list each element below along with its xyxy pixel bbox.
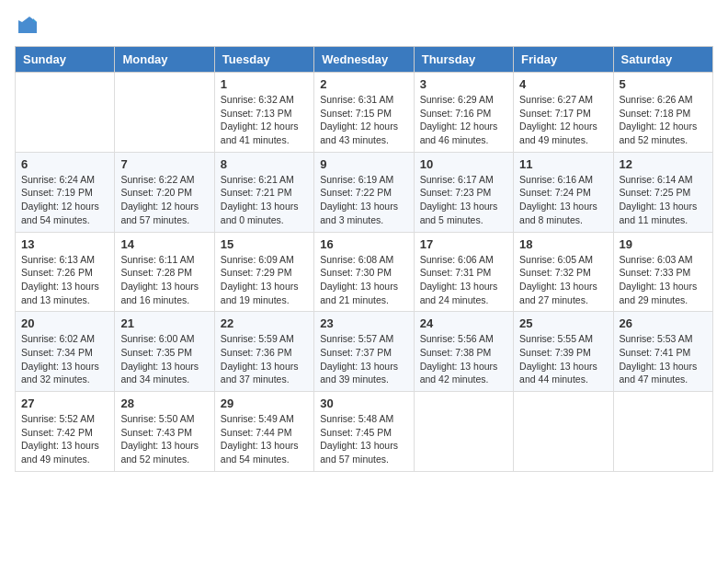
- day-number: 12: [620, 157, 707, 171]
- page-header: [15, 15, 713, 37]
- calendar-cell: 3Sunrise: 6:29 AM Sunset: 7:16 PM Daylig…: [414, 73, 513, 153]
- calendar-cell: 7Sunrise: 6:22 AM Sunset: 7:20 PM Daylig…: [115, 152, 214, 232]
- calendar-cell: 29Sunrise: 5:49 AM Sunset: 7:44 PM Dayli…: [214, 392, 313, 472]
- calendar-cell: [16, 73, 115, 153]
- day-number: 19: [620, 237, 707, 251]
- calendar-cell: 2Sunrise: 6:31 AM Sunset: 7:15 PM Daylig…: [314, 73, 414, 153]
- day-number: 18: [519, 237, 607, 251]
- calendar-cell: [115, 73, 214, 153]
- day-info: Sunrise: 6:16 AM Sunset: 7:24 PM Dayligh…: [519, 173, 607, 227]
- day-number: 8: [221, 157, 308, 171]
- calendar-cell: [613, 392, 712, 472]
- calendar-cell: 28Sunrise: 5:50 AM Sunset: 7:43 PM Dayli…: [115, 392, 214, 472]
- calendar-week-row: 13Sunrise: 6:13 AM Sunset: 7:26 PM Dayli…: [16, 232, 713, 312]
- day-info: Sunrise: 6:31 AM Sunset: 7:15 PM Dayligh…: [320, 93, 407, 147]
- day-number: 5: [620, 77, 707, 91]
- calendar-cell: 30Sunrise: 5:48 AM Sunset: 7:45 PM Dayli…: [314, 392, 414, 472]
- day-info: Sunrise: 6:26 AM Sunset: 7:18 PM Dayligh…: [620, 93, 707, 147]
- calendar-cell: 10Sunrise: 6:17 AM Sunset: 7:23 PM Dayli…: [414, 152, 513, 232]
- calendar-cell: 4Sunrise: 6:27 AM Sunset: 7:17 PM Daylig…: [514, 73, 613, 153]
- calendar-cell: 12Sunrise: 6:14 AM Sunset: 7:25 PM Dayli…: [613, 152, 712, 232]
- day-number: 25: [519, 316, 607, 330]
- logo: [15, 15, 39, 37]
- calendar-cell: 18Sunrise: 6:05 AM Sunset: 7:32 PM Dayli…: [514, 232, 613, 312]
- day-info: Sunrise: 6:09 AM Sunset: 7:29 PM Dayligh…: [221, 253, 308, 307]
- day-header-wednesday: Wednesday: [314, 47, 414, 73]
- day-number: 30: [320, 396, 407, 410]
- day-number: 16: [320, 237, 407, 251]
- day-info: Sunrise: 6:03 AM Sunset: 7:33 PM Dayligh…: [620, 253, 707, 307]
- day-number: 3: [420, 77, 507, 91]
- calendar-cell: 25Sunrise: 5:55 AM Sunset: 7:39 PM Dayli…: [514, 312, 613, 392]
- day-number: 15: [221, 237, 308, 251]
- day-info: Sunrise: 6:13 AM Sunset: 7:26 PM Dayligh…: [21, 253, 108, 307]
- day-number: 9: [320, 157, 407, 171]
- day-info: Sunrise: 6:06 AM Sunset: 7:31 PM Dayligh…: [420, 253, 507, 307]
- calendar-week-row: 6Sunrise: 6:24 AM Sunset: 7:19 PM Daylig…: [16, 152, 713, 232]
- day-number: 7: [120, 157, 208, 171]
- day-info: Sunrise: 6:19 AM Sunset: 7:22 PM Dayligh…: [320, 173, 407, 227]
- calendar-header-row: SundayMondayTuesdayWednesdayThursdayFrid…: [16, 47, 713, 73]
- day-header-sunday: Sunday: [16, 47, 115, 73]
- day-info: Sunrise: 5:52 AM Sunset: 7:42 PM Dayligh…: [21, 412, 108, 466]
- day-info: Sunrise: 5:48 AM Sunset: 7:45 PM Dayligh…: [320, 412, 407, 466]
- calendar-cell: 17Sunrise: 6:06 AM Sunset: 7:31 PM Dayli…: [414, 232, 513, 312]
- day-info: Sunrise: 5:49 AM Sunset: 7:44 PM Dayligh…: [221, 412, 308, 466]
- day-number: 6: [21, 157, 108, 171]
- calendar-cell: 16Sunrise: 6:08 AM Sunset: 7:30 PM Dayli…: [314, 232, 414, 312]
- calendar-cell: [514, 392, 613, 472]
- day-number: 2: [320, 77, 407, 91]
- day-info: Sunrise: 6:11 AM Sunset: 7:28 PM Dayligh…: [120, 253, 208, 307]
- day-header-saturday: Saturday: [613, 47, 712, 73]
- calendar-week-row: 20Sunrise: 6:02 AM Sunset: 7:34 PM Dayli…: [16, 312, 713, 392]
- day-number: 1: [221, 77, 308, 91]
- day-info: Sunrise: 6:14 AM Sunset: 7:25 PM Dayligh…: [620, 173, 707, 227]
- day-header-tuesday: Tuesday: [214, 47, 313, 73]
- day-number: 14: [120, 237, 208, 251]
- day-info: Sunrise: 6:17 AM Sunset: 7:23 PM Dayligh…: [420, 173, 507, 227]
- day-info: Sunrise: 6:24 AM Sunset: 7:19 PM Dayligh…: [21, 173, 108, 227]
- day-info: Sunrise: 6:00 AM Sunset: 7:35 PM Dayligh…: [120, 332, 208, 386]
- day-info: Sunrise: 6:29 AM Sunset: 7:16 PM Dayligh…: [420, 93, 507, 147]
- day-number: 10: [420, 157, 507, 171]
- calendar-cell: 8Sunrise: 6:21 AM Sunset: 7:21 PM Daylig…: [214, 152, 313, 232]
- day-number: 28: [120, 396, 208, 410]
- day-number: 13: [21, 237, 108, 251]
- calendar-cell: 9Sunrise: 6:19 AM Sunset: 7:22 PM Daylig…: [314, 152, 414, 232]
- calendar-cell: 15Sunrise: 6:09 AM Sunset: 7:29 PM Dayli…: [214, 232, 313, 312]
- day-number: 22: [221, 316, 308, 330]
- day-number: 21: [120, 316, 208, 330]
- day-info: Sunrise: 6:21 AM Sunset: 7:21 PM Dayligh…: [221, 173, 308, 227]
- day-number: 11: [519, 157, 607, 171]
- calendar-cell: 24Sunrise: 5:56 AM Sunset: 7:38 PM Dayli…: [414, 312, 513, 392]
- calendar-cell: 14Sunrise: 6:11 AM Sunset: 7:28 PM Dayli…: [115, 232, 214, 312]
- day-number: 24: [420, 316, 507, 330]
- day-number: 26: [620, 316, 707, 330]
- day-info: Sunrise: 6:22 AM Sunset: 7:20 PM Dayligh…: [120, 173, 208, 227]
- calendar-cell: 19Sunrise: 6:03 AM Sunset: 7:33 PM Dayli…: [613, 232, 712, 312]
- calendar-week-row: 1Sunrise: 6:32 AM Sunset: 7:13 PM Daylig…: [16, 73, 713, 153]
- day-info: Sunrise: 6:32 AM Sunset: 7:13 PM Dayligh…: [221, 93, 308, 147]
- calendar-cell: 11Sunrise: 6:16 AM Sunset: 7:24 PM Dayli…: [514, 152, 613, 232]
- day-info: Sunrise: 5:59 AM Sunset: 7:36 PM Dayligh…: [221, 332, 308, 386]
- day-info: Sunrise: 6:27 AM Sunset: 7:17 PM Dayligh…: [519, 93, 607, 147]
- day-number: 17: [420, 237, 507, 251]
- day-info: Sunrise: 6:02 AM Sunset: 7:34 PM Dayligh…: [21, 332, 108, 386]
- calendar-cell: 22Sunrise: 5:59 AM Sunset: 7:36 PM Dayli…: [214, 312, 313, 392]
- day-info: Sunrise: 5:50 AM Sunset: 7:43 PM Dayligh…: [120, 412, 208, 466]
- calendar-cell: 5Sunrise: 6:26 AM Sunset: 7:18 PM Daylig…: [613, 73, 712, 153]
- logo-icon: [17, 15, 39, 37]
- day-number: 23: [320, 316, 407, 330]
- day-number: 29: [221, 396, 308, 410]
- calendar-cell: 13Sunrise: 6:13 AM Sunset: 7:26 PM Dayli…: [16, 232, 115, 312]
- day-info: Sunrise: 5:53 AM Sunset: 7:41 PM Dayligh…: [620, 332, 707, 386]
- calendar-cell: 21Sunrise: 6:00 AM Sunset: 7:35 PM Dayli…: [115, 312, 214, 392]
- day-number: 4: [519, 77, 607, 91]
- day-header-thursday: Thursday: [414, 47, 513, 73]
- day-info: Sunrise: 5:56 AM Sunset: 7:38 PM Dayligh…: [420, 332, 507, 386]
- day-header-friday: Friday: [514, 47, 613, 73]
- calendar-cell: 20Sunrise: 6:02 AM Sunset: 7:34 PM Dayli…: [16, 312, 115, 392]
- calendar-cell: 27Sunrise: 5:52 AM Sunset: 7:42 PM Dayli…: [16, 392, 115, 472]
- day-info: Sunrise: 5:57 AM Sunset: 7:37 PM Dayligh…: [320, 332, 407, 386]
- calendar-cell: [414, 392, 513, 472]
